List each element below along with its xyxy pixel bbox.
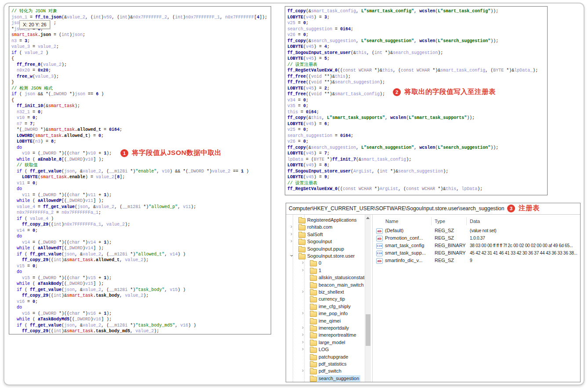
column-header-data[interactable]: Data [470,217,480,225]
tree-item-label[interactable]: 0 [319,260,321,266]
code-line: // 获取值 [11,162,271,169]
folder-icon [310,333,317,338]
tree-item-ime_qimei[interactable]: ime_qimei [286,317,365,324]
chevron-down-icon[interactable]: › [289,255,294,257]
value-data: 9 [470,257,472,264]
chevron-right-icon[interactable]: › [302,346,304,352]
value-type: REG_BINARY [435,249,466,257]
decompiler-right-panel: ff_copy(&smart_task_config, L"smart_task… [285,6,548,195]
tree-item-imereportdaily[interactable]: ›imereportdaily [286,324,365,331]
code-line: v35 = 0; [287,103,547,109]
tree-item-SogouInput[interactable]: ›SogouInput [286,238,365,245]
registry-value-row[interactable]: abPromotion_conf...REG_SZ1.0.0.37 [373,234,580,242]
tree-item-search_suggestion[interactable]: search_suggestion [286,375,365,382]
code-line: v10 = 0; [11,115,271,121]
chevron-right-icon[interactable]: › [302,289,304,295]
chevron-right-icon[interactable]: › [290,238,292,244]
column-separator[interactable] [431,217,432,225]
tree-item-label[interactable]: SogouInput.ppup [307,246,344,252]
tree-item-imereportrealtime[interactable]: ›imereportrealtime [286,331,365,338]
folder-icon [298,254,305,259]
tree-item-LOG[interactable]: ›LOG [286,346,365,353]
registry-value-row[interactable]: absmartinfo_dic_v...REG_SZ9 [373,257,580,264]
cursor-position-tooltip: X: 20 Y: 26 [19,20,50,29]
code-line: } [11,79,271,86]
tree-item-1[interactable]: ›1 [286,267,365,274]
column-header-name[interactable]: Name [385,217,398,225]
tree-item-label[interactable]: rohitab.com [307,224,332,230]
chevron-right-icon[interactable]: › [302,332,304,338]
tree-item-ime_cfg_shiply[interactable]: ime_cfg_shiply [286,303,365,310]
registry-value-row[interactable]: 110smart_task_configREG_BINARY38 03 00 0… [373,242,580,249]
code-line: do [11,186,271,192]
chevron-right-icon[interactable]: › [302,325,304,331]
tree-item-ime_pop_info[interactable]: ›ime_pop_info [286,310,365,317]
tree-item-rohitab.com[interactable]: ›rohitab.com [286,223,365,230]
tree-item-SogouInput.store.user[interactable]: ›SogouInput.store.user [286,252,365,259]
code-line: v26 = 0; [287,32,547,38]
code-line: ff_copy_29((int)&smart_task.task_body_md… [11,328,271,334]
tree-item-label[interactable]: imereportdaily [319,325,349,331]
tree-item-label[interactable]: SalSoft [307,231,323,238]
tree-scrollbar[interactable] [365,215,371,382]
reg-binary-icon: 110 [376,251,383,256]
code-line: ff_copy(&this, L"smart_task_supports", w… [287,115,547,121]
tree-item-label[interactable]: biz_shellext [319,289,344,295]
tree-item-currency_tip[interactable]: currency_tip [286,295,365,302]
code-line: v14 = (_DWORD *)((char *)v14 + 1); [11,240,271,246]
tree-item-patchupgrade[interactable]: patchupgrade [286,353,365,360]
chevron-right-icon[interactable]: › [302,310,304,316]
code-line: // 设置注册表 [287,180,547,187]
code-line: // 设置注册表 [287,62,547,68]
column-header-type[interactable]: Type [435,217,445,225]
tree-item-large_model[interactable]: ›large_model [286,339,365,346]
tree-item-label[interactable]: ime_pop_info [319,310,348,317]
tree-item-label[interactable]: RegisteredApplications [307,217,357,223]
tree-item-label[interactable]: ime_cfg_shiply [319,303,351,310]
chevron-right-icon[interactable]: › [290,231,292,237]
tree-item-RegisteredApplications[interactable]: RegisteredApplications [286,216,365,223]
registry-value-row[interactable]: 110smart_task_supp...REG_BINARY45 42 42 … [373,249,580,257]
tree-item-beacon_main_switch[interactable]: beacon_main_switch [286,281,365,288]
column-separator[interactable] [466,217,467,225]
tree-item-biz_shellext[interactable]: ›biz_shellext [286,288,365,295]
tree-item-label[interactable]: search_suggestion [317,375,360,382]
tree-item-allskin_statusiconstatis[interactable]: allskin_statusiconstatis [286,274,365,281]
tree-item-label[interactable]: pdf_statistics [319,361,347,367]
tree-item-label[interactable]: large_model [319,339,345,346]
annotation-3-text: 注册表 [519,204,540,213]
chevron-right-icon[interactable]: › [290,224,292,230]
tree-item-label[interactable]: ime_qimei [319,318,341,324]
tree-item-label[interactable]: imereportrealtime [319,332,356,338]
tree-item-label[interactable]: beacon_main_switch [319,282,364,288]
tree-item-label[interactable]: SogouInput [307,238,332,245]
tree-item-label[interactable]: currency_tip [319,296,345,302]
tree-item-label[interactable]: pdf_switch [319,368,341,374]
code-line: ff_copy(&smart_task_config, L"smart_task… [287,8,547,14]
folder-icon [310,355,317,360]
folder-icon [298,225,305,230]
tree-item-label[interactable]: patchupgrade [319,354,348,360]
tree-item-pdf_switch[interactable]: ›pdf_switch [286,367,365,374]
tree-item-SogouInput.ppup[interactable]: SogouInput.ppup [286,245,365,252]
value-data: 38 03 00 00 ff ff ff 7f 2c 00 02 00 02 0… [470,242,573,249]
code-line: ff_free((void **)&this); [287,74,547,80]
scrollbar-thumb[interactable] [366,314,370,346]
folder-icon [310,276,317,281]
tree-item-label[interactable]: SogouInput.store.user [307,253,355,259]
chevron-right-icon[interactable]: › [302,368,304,374]
value-name: smartinfo_dic_v... [385,257,422,264]
tree-item-label[interactable]: allskin_statusiconstatis [319,274,365,281]
chevron-right-icon[interactable]: › [302,267,304,273]
folder-icon [310,269,317,274]
tree-item-pdf_statistics[interactable]: pdf_statistics [286,360,365,367]
code-line: smart_task.json = (int)json; [11,32,271,38]
tree-item-0[interactable]: ›0 [286,259,365,266]
chevron-right-icon[interactable]: › [302,260,304,266]
scroll-up-arrow-icon[interactable] [366,217,370,219]
registry-value-row[interactable]: ab(Default)REG_SZ(value not set) [373,227,580,234]
tree-item-SalSoft[interactable]: ›SalSoft [286,231,365,238]
tree-item-label[interactable]: 1 [319,267,321,274]
chevron-right-icon[interactable]: › [302,339,304,345]
tree-item-label[interactable]: LOG [319,346,329,353]
